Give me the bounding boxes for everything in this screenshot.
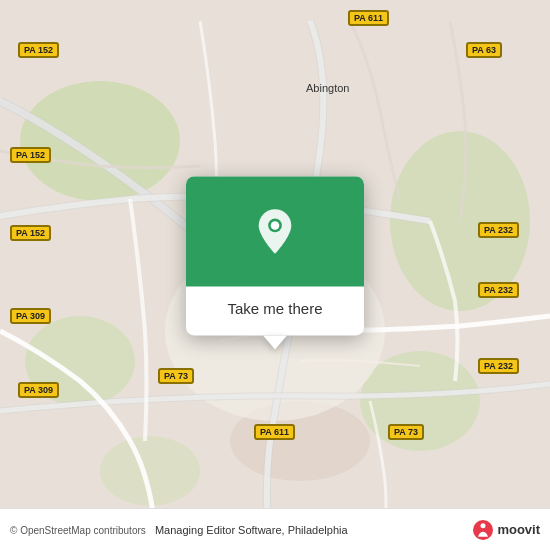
moovit-logo: moovit xyxy=(473,520,540,540)
road-badge-pa232-3: PA 232 xyxy=(478,358,519,374)
road-badge-pa73-1: PA 73 xyxy=(158,368,194,384)
popup-button-section: Take me there xyxy=(186,286,364,335)
road-badge-pa152-1: PA 152 xyxy=(18,42,59,58)
road-badge-pa309-1: PA 309 xyxy=(10,308,51,324)
location-pin-icon xyxy=(251,207,299,255)
copyright-text: © OpenStreetMap contributors Managing Ed… xyxy=(10,524,473,536)
svg-point-9 xyxy=(271,221,280,230)
road-badge-pa611-1: PA 611 xyxy=(348,10,389,26)
moovit-icon xyxy=(473,520,493,540)
road-badge-pa232-1: PA 232 xyxy=(478,222,519,238)
take-me-there-button[interactable]: Take me there xyxy=(200,296,350,321)
popup-green-section xyxy=(186,176,364,286)
moovit-label-text: moovit xyxy=(497,522,540,537)
road-badge-pa309-2: PA 309 xyxy=(18,382,59,398)
osm-copyright: © OpenStreetMap contributors xyxy=(10,525,146,536)
road-badge-pa611-3: PA 611 xyxy=(254,424,295,440)
city-label: Abington xyxy=(306,82,349,94)
app-info-text: Managing Editor Software, Philadelphia xyxy=(155,524,348,536)
road-badge-pa73-2: PA 73 xyxy=(388,424,424,440)
svg-point-10 xyxy=(473,520,493,540)
svg-point-11 xyxy=(481,523,486,528)
road-badge-pa152-2: PA 152 xyxy=(10,147,51,163)
map-container: PA 152 PA 152 PA 152 PA 611 PA 63 PA 232… xyxy=(0,0,550,550)
popup-card: Take me there xyxy=(186,176,364,335)
road-badge-pa232-2: PA 232 xyxy=(478,282,519,298)
road-badge-pa152-3: PA 152 xyxy=(10,225,51,241)
svg-point-1 xyxy=(20,81,180,201)
road-badge-pa63: PA 63 xyxy=(466,42,502,58)
bottom-bar: © OpenStreetMap contributors Managing Ed… xyxy=(0,508,550,550)
